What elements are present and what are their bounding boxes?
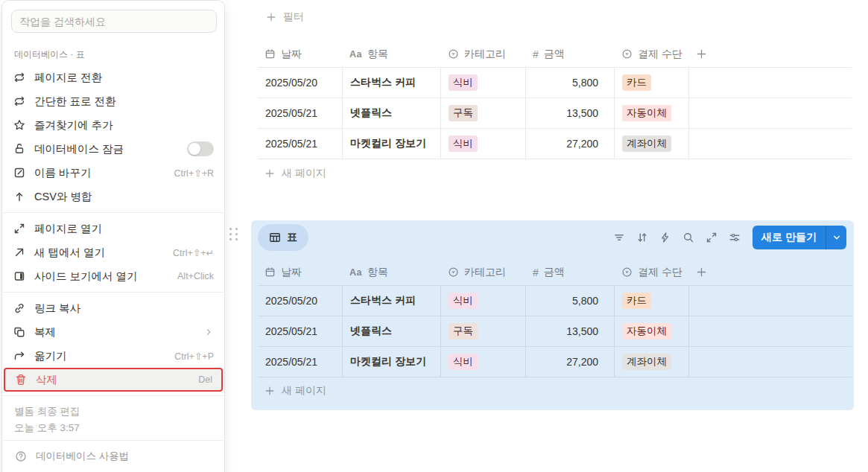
help-label: 데이터베이스 사용법 — [36, 450, 129, 463]
divider — [2, 212, 224, 213]
expand-icon[interactable] — [706, 232, 717, 243]
add-column-button[interactable] — [689, 41, 852, 67]
date-cell[interactable]: 2025/05/20 — [258, 286, 343, 316]
table-row: 2025/05/21마켓컬리 장보기식비27,200계좌이체 — [258, 129, 852, 159]
search-input[interactable] — [11, 10, 217, 33]
settings-sliders-icon[interactable] — [729, 232, 741, 243]
method-cell[interactable]: 카드 — [615, 68, 689, 98]
method-cell[interactable]: 계좌이체 — [615, 129, 689, 159]
chevron-down-icon[interactable] — [826, 226, 846, 249]
divider — [2, 395, 224, 396]
edited-by-text: 별돔 최종 편집 — [14, 404, 212, 420]
date-cell[interactable]: 2025/05/21 — [258, 316, 343, 347]
column-header-method[interactable]: 결제 수단 — [615, 41, 689, 67]
question-circle-icon — [14, 450, 28, 462]
menu-item-rename[interactable]: 이름 바꾸기 Ctrl+⇧+R — [2, 161, 224, 185]
menu-item-lock-database[interactable]: 데이터베이스 잠금 — [2, 137, 224, 161]
menu-item-turn-into-page[interactable]: 페이지로 전환 — [2, 66, 224, 89]
block-drag-handle[interactable] — [229, 228, 238, 240]
amount-cell[interactable]: 13,500 — [526, 98, 615, 129]
category-cell[interactable]: 구독 — [441, 316, 526, 347]
empty-cell[interactable] — [689, 98, 852, 129]
selected-database-block: 표 새로 만들기 — [251, 220, 854, 410]
upload-icon — [13, 191, 26, 202]
category-cell[interactable]: 식비 — [441, 68, 526, 98]
empty-cell[interactable] — [689, 316, 852, 347]
item-cell[interactable]: 넷플릭스 — [343, 316, 441, 347]
filter-icon[interactable] — [613, 232, 625, 243]
tag-red: 자동이체 — [622, 105, 671, 121]
item-cell[interactable]: 넷플릭스 — [343, 98, 441, 129]
column-header-date[interactable]: 날짜 — [258, 41, 343, 67]
empty-cell[interactable] — [689, 347, 852, 377]
date-cell[interactable]: 2025/05/20 — [258, 68, 343, 98]
column-header-item[interactable]: Aa 항목 — [343, 259, 441, 285]
menu-item-add-to-favorites[interactable]: 즐겨찾기에 추가 — [2, 113, 224, 137]
column-header-date[interactable]: 날짜 — [258, 259, 343, 285]
menu-item-merge-csv[interactable]: CSV와 병합 — [2, 185, 224, 208]
column-header-method[interactable]: 결제 수단 — [615, 259, 689, 285]
empty-cell[interactable] — [689, 129, 852, 159]
method-cell[interactable]: 자동이체 — [615, 98, 689, 129]
column-header-amount[interactable]: # 금액 — [526, 41, 615, 67]
new-page-button[interactable]: 새 페이지 — [258, 377, 852, 404]
method-cell[interactable]: 자동이체 — [615, 316, 689, 347]
item-cell[interactable]: 마켓컬리 장보기 — [343, 347, 441, 377]
select-icon — [621, 48, 633, 60]
category-cell[interactable]: 식비 — [441, 129, 526, 159]
item-cell[interactable]: 스타벅스 커피 — [343, 68, 441, 98]
new-entry-button-label[interactable]: 새로 만들기 — [753, 226, 826, 249]
date-cell[interactable]: 2025/05/21 — [258, 129, 343, 159]
menu-item-database-help[interactable]: 데이터베이스 사용법 — [2, 444, 224, 468]
menu-item-open-as-page[interactable]: 페이지로 열기 — [2, 217, 224, 240]
search-icon[interactable] — [682, 232, 694, 243]
method-cell[interactable]: 카드 — [615, 286, 689, 316]
empty-cell[interactable] — [689, 286, 852, 316]
menu-item-open-new-tab[interactable]: 새 탭에서 열기 Ctrl+⇧+↵ — [2, 240, 224, 264]
menu-item-turn-into-simple-table[interactable]: 간단한 표로 전환 — [2, 89, 224, 113]
toggle-knob — [189, 143, 200, 155]
table-row: 2025/05/21넷플릭스구독13,500자동이체 — [258, 98, 852, 129]
date-cell[interactable]: 2025/05/21 — [258, 98, 343, 129]
plus-icon — [264, 386, 275, 396]
view-tab-label: 표 — [287, 231, 297, 244]
table-row: 2025/05/21넷플릭스구독13,500자동이체 — [258, 316, 852, 347]
amount-cell[interactable]: 5,800 — [526, 68, 615, 98]
shortcut: Ctrl+⇧+P — [174, 351, 214, 362]
amount-cell[interactable]: 27,200 — [526, 129, 615, 159]
item-cell[interactable]: 스타벅스 커피 — [343, 286, 441, 316]
table-header-row: 날짜 Aa 항목 카테고리 # 금액 결제 수단 — [258, 259, 852, 286]
category-cell[interactable]: 구독 — [441, 98, 526, 129]
item-cell[interactable]: 마켓컬리 장보기 — [343, 129, 441, 159]
category-cell[interactable]: 식비 — [441, 347, 526, 377]
category-cell[interactable]: 식비 — [441, 286, 526, 316]
open-new-tab-icon — [13, 246, 26, 258]
menu-item-open-side-peek[interactable]: 사이드 보기에서 열기 Alt+Click — [2, 264, 224, 288]
column-header-category[interactable]: 카테고리 — [441, 259, 526, 285]
lock-toggle[interactable] — [187, 141, 214, 156]
view-tab-table[interactable]: 표 — [258, 224, 308, 251]
filter-label: 필터 — [283, 10, 304, 24]
column-header-category[interactable]: 카테고리 — [441, 41, 526, 67]
plus-icon — [266, 12, 276, 22]
menu-item-duplicate[interactable]: 복제 — [2, 320, 224, 344]
method-cell[interactable]: 계좌이체 — [615, 347, 689, 377]
edited-at-text: 오늘 오후 3:57 — [14, 420, 212, 436]
amount-cell[interactable]: 27,200 — [526, 347, 615, 377]
add-filter-button[interactable]: 필터 — [266, 10, 304, 24]
date-cell[interactable]: 2025/05/21 — [258, 347, 343, 377]
column-header-amount[interactable]: # 금액 — [526, 259, 615, 285]
zap-icon[interactable] — [659, 232, 671, 243]
amount-cell[interactable]: 13,500 — [526, 316, 615, 347]
add-column-button[interactable] — [689, 259, 852, 285]
menu-item-move-to[interactable]: 옮기기 Ctrl+⇧+P — [2, 344, 224, 368]
select-icon — [448, 267, 459, 278]
amount-cell[interactable]: 5,800 — [526, 286, 615, 316]
empty-cell[interactable] — [689, 68, 852, 98]
new-entry-button[interactable]: 새로 만들기 — [753, 226, 846, 249]
menu-item-delete[interactable]: 삭제 Del — [4, 368, 223, 392]
column-header-item[interactable]: Aa 항목 — [343, 41, 441, 67]
sort-icon[interactable] — [636, 232, 648, 243]
new-page-button[interactable]: 새 페이지 — [258, 161, 852, 186]
menu-item-copy-link[interactable]: 링크 복사 — [2, 296, 224, 320]
